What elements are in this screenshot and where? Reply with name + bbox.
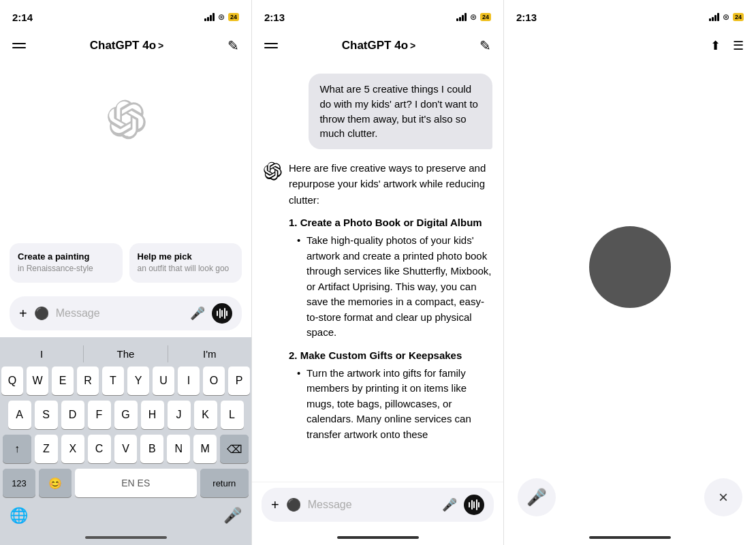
battery-right: 24 <box>733 13 744 21</box>
keyboard-suggestions-left: I The I'm <box>0 343 251 367</box>
suggestions-area: Create a painting in Renaissance-style H… <box>0 243 251 291</box>
key-v[interactable]: V <box>114 435 138 463</box>
kb-suggestion-2[interactable]: I'm <box>168 345 251 362</box>
mic-button-right[interactable]: 🎤 <box>518 478 556 516</box>
voice-circle-right <box>589 226 671 308</box>
key-emoji[interactable]: 😊 <box>39 469 72 497</box>
header-mid: ChatGPT 4o > ✎ <box>252 30 503 64</box>
input-inner-mid[interactable]: + ⚫ Message 🎤 <box>262 488 494 522</box>
key-return[interactable]: return <box>200 469 249 497</box>
plus-icon-left[interactable]: + <box>19 306 27 322</box>
key-c[interactable]: C <box>88 435 111 463</box>
header-title-mid[interactable]: ChatGPT 4o > <box>342 39 415 52</box>
home-indicator-left <box>0 530 251 545</box>
key-w[interactable]: W <box>27 367 48 395</box>
status-icons-mid: ⊛ 24 <box>456 12 491 22</box>
wifi-icon-right: ⊛ <box>723 12 729 22</box>
ai-list-title-0: Create a Photo Book or Digital Album <box>300 217 482 228</box>
wave-button-mid[interactable] <box>464 495 484 515</box>
chevron-icon-left: > <box>158 40 163 51</box>
keyboard-globe-icon[interactable]: 🌐 <box>10 507 28 525</box>
menu-icon-mid[interactable] <box>264 43 278 48</box>
upload-icon-right[interactable]: ⬆ <box>710 38 721 53</box>
menu-icon-left[interactable] <box>12 43 26 48</box>
suggestion-card-1[interactable]: Help me pick an outfit that will look go… <box>129 243 242 283</box>
message-input-inner-left[interactable]: + ⚫ Message 🎤 <box>10 296 242 330</box>
home-indicator-right <box>504 530 756 545</box>
status-bar-mid: 2:13 ⊛ 24 <box>252 0 503 30</box>
kb-suggestion-1[interactable]: The <box>84 345 168 362</box>
key-g[interactable]: G <box>114 401 138 429</box>
key-row-1: Q W E R T Y U I O P <box>3 367 249 395</box>
key-shift[interactable]: ↑ <box>3 435 31 463</box>
chatgpt-logo-icon <box>106 99 146 140</box>
key-s[interactable]: S <box>35 401 58 429</box>
mic-icon-left[interactable]: 🎤 <box>190 306 205 321</box>
key-p[interactable]: P <box>228 367 250 395</box>
key-z[interactable]: Z <box>35 435 58 463</box>
key-h[interactable]: H <box>141 401 164 429</box>
time-right: 2:13 <box>516 12 537 23</box>
edit-icon-mid[interactable]: ✎ <box>479 37 491 54</box>
header-title-left[interactable]: ChatGPT 4o > <box>90 39 163 52</box>
key-j[interactable]: J <box>168 401 191 429</box>
plus-icon-mid[interactable]: + <box>271 497 279 513</box>
suggestion-title-0: Create a painting <box>18 251 114 263</box>
key-f[interactable]: F <box>88 401 111 429</box>
ai-list-item-0: 1. Create a Photo Book or Digital Album … <box>289 215 492 341</box>
user-message-mid: What are 5 creative things I could do wi… <box>309 74 492 149</box>
signal-icon-left <box>204 13 215 21</box>
key-q[interactable]: Q <box>1 367 23 395</box>
key-row-4: 123 😊 EN ES return <box>3 469 249 497</box>
key-row-2: A S D F G H J K L <box>3 401 249 429</box>
home-bar-left <box>85 536 167 539</box>
close-button-right[interactable]: × <box>704 478 742 516</box>
settings-icon-right[interactable]: ☰ <box>733 38 744 53</box>
status-bar-left: 2:14 ⊛ 24 <box>0 0 251 30</box>
key-i[interactable]: I <box>178 367 200 395</box>
header-right: ⬆ ☰ <box>504 30 756 64</box>
key-d[interactable]: D <box>61 401 84 429</box>
mic-icon-mid[interactable]: 🎤 <box>442 497 457 512</box>
chat-area-mid[interactable]: What are 5 creative things I could do wi… <box>252 64 503 482</box>
key-backspace[interactable]: ⌫ <box>220 435 249 463</box>
kb-suggestion-0[interactable]: I <box>0 345 84 362</box>
edit-icon-left[interactable]: ✎ <box>227 37 239 54</box>
message-placeholder-left[interactable]: Message <box>56 307 183 320</box>
globe-icon-left[interactable]: ⚫ <box>34 306 49 321</box>
time-left: 2:14 <box>12 12 33 23</box>
key-o[interactable]: O <box>203 367 225 395</box>
wifi-icon-mid: ⊛ <box>470 12 477 22</box>
key-n[interactable]: N <box>167 435 190 463</box>
key-space[interactable]: EN ES <box>75 469 197 497</box>
suggestion-sub-0: in Renaissance-style <box>18 264 114 275</box>
keyboard-mic-icon[interactable]: 🎤 <box>223 507 242 525</box>
key-l[interactable]: L <box>221 401 244 429</box>
key-r[interactable]: R <box>77 367 99 395</box>
globe-icon-mid[interactable]: ⚫ <box>286 497 301 512</box>
ai-avatar-mid <box>263 161 282 181</box>
home-indicator-mid <box>252 530 503 545</box>
ai-intro-mid: Here are five creative ways to preserve … <box>289 160 492 208</box>
ai-list-mid: 1. Create a Photo Book or Digital Album … <box>289 215 492 443</box>
wave-button-left[interactable] <box>212 303 232 324</box>
ai-bullet-0-0: Take high-quality photos of your kids' a… <box>297 233 492 341</box>
key-y[interactable]: Y <box>127 367 149 395</box>
key-k[interactable]: K <box>194 401 217 429</box>
wave-icon-left <box>217 308 227 319</box>
key-e[interactable]: E <box>52 367 74 395</box>
message-placeholder-mid[interactable]: Message <box>308 499 435 511</box>
status-bar-right: 2:13 ⊛ 24 <box>504 0 756 30</box>
ai-bullet-list-0: Take high-quality photos of your kids' a… <box>289 233 492 341</box>
key-a[interactable]: A <box>8 401 31 429</box>
key-u[interactable]: U <box>153 367 174 395</box>
key-t[interactable]: T <box>102 367 124 395</box>
suggestion-card-0[interactable]: Create a painting in Renaissance-style <box>10 243 123 283</box>
input-bar-mid: + ⚫ Message 🎤 <box>252 482 503 530</box>
key-numbers[interactable]: 123 <box>3 469 35 497</box>
key-b[interactable]: B <box>140 435 163 463</box>
key-x[interactable]: X <box>61 435 84 463</box>
ai-list-num-1: 2. Make Custom Gifts or Keepsakes <box>289 347 492 363</box>
key-row-3: ↑ Z X C V B N M ⌫ <box>3 435 249 463</box>
key-m[interactable]: M <box>193 435 217 463</box>
